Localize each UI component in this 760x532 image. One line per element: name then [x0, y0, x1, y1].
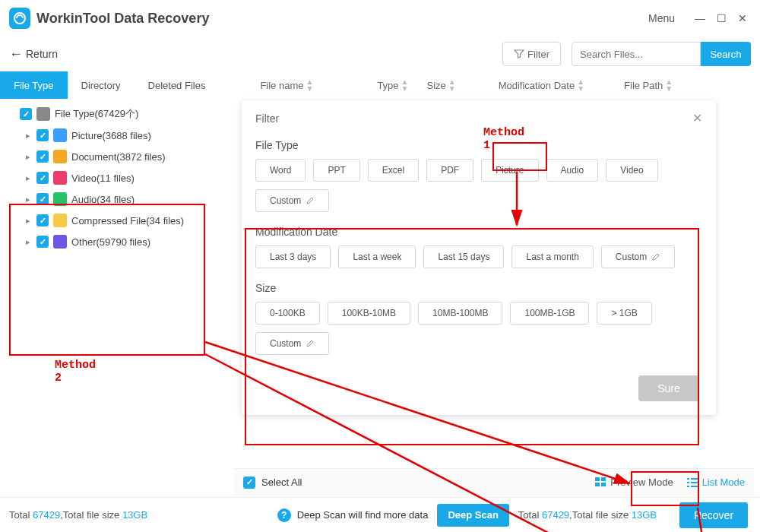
filter-chip[interactable]: PPT [313, 159, 359, 182]
svg-rect-9 [687, 486, 689, 487]
filter-chip[interactable]: Audio [546, 159, 599, 182]
status-left: Total 67429,Total file size 13GB [9, 509, 147, 521]
tree-item[interactable]: ▸Picture(3688 files) [9, 125, 204, 146]
file-category-icon [53, 128, 67, 142]
checkbox[interactable] [36, 214, 49, 226]
filter-section-size-label: Size [255, 282, 702, 294]
menu-button[interactable]: Menu [648, 12, 675, 24]
tree-item-label: Video(11 files) [71, 173, 135, 184]
filter-chip[interactable]: Custom [255, 189, 329, 212]
filter-chip[interactable]: Custom [601, 245, 675, 268]
caret-icon[interactable]: ▸ [26, 131, 36, 141]
filter-chip[interactable]: Picture [481, 159, 538, 182]
close-filter-icon[interactable]: ✕ [692, 111, 702, 125]
edit-icon [306, 339, 315, 348]
app-logo-icon [9, 8, 30, 29]
checkbox[interactable] [36, 236, 49, 248]
tree-root[interactable]: File Type(67429个) [9, 103, 204, 125]
sort-icon[interactable]: ▲▼ [665, 78, 673, 92]
filter-section-date-label: Modification Date [255, 226, 702, 238]
search-button[interactable]: Search [701, 42, 751, 66]
col-size[interactable]: Size [426, 80, 445, 91]
caret-icon[interactable]: ▸ [26, 173, 36, 183]
caret-icon[interactable]: ▸ [26, 216, 36, 226]
options-bar: Select All Preview Mode List Mode [234, 468, 754, 496]
tree-item[interactable]: ▸Compressed File(34 files) [9, 210, 204, 231]
filter-chip[interactable]: Last a week [338, 245, 416, 268]
caret-icon[interactable]: ▸ [26, 237, 36, 247]
minimize-icon[interactable]: — [692, 12, 708, 24]
search-input[interactable] [572, 42, 701, 66]
sure-button[interactable]: Sure [638, 375, 699, 401]
list-mode-button[interactable]: List Mode [687, 477, 745, 488]
svg-rect-8 [691, 482, 699, 483]
sort-icon[interactable]: ▲▼ [448, 78, 456, 92]
tree-item[interactable]: ▸Video(11 files) [9, 167, 204, 188]
filter-chip[interactable]: 100MB-1GB [510, 302, 589, 325]
checkbox[interactable] [36, 129, 49, 141]
checkbox[interactable] [20, 108, 32, 120]
filter-chip[interactable]: Word [255, 159, 306, 182]
maximize-icon[interactable]: ☐ [713, 12, 730, 24]
return-button[interactable]: ← Return [9, 46, 58, 62]
select-all-label: Select All [261, 477, 302, 488]
filter-chip[interactable]: Custom [255, 332, 329, 355]
svg-rect-1 [595, 477, 600, 481]
svg-rect-5 [687, 478, 689, 480]
folder-icon [36, 107, 50, 121]
preview-mode-button[interactable]: Preview Mode [595, 477, 673, 488]
select-all-checkbox[interactable] [243, 477, 255, 489]
svg-rect-10 [691, 486, 699, 487]
filter-button-label: Filter [527, 49, 549, 60]
tree-item-label: Document(3872 files) [71, 151, 166, 163]
filter-chip[interactable]: 100KB-10MB [328, 302, 410, 325]
col-mod-date[interactable]: Modification Date [499, 80, 575, 91]
filter-chip[interactable]: > 1GB [597, 302, 651, 325]
filter-chip[interactable]: Video [606, 159, 657, 182]
col-type[interactable]: Type [377, 80, 398, 91]
svg-rect-7 [687, 482, 689, 483]
sort-icon[interactable]: ▲▼ [577, 78, 584, 92]
filter-chip[interactable]: Last 3 days [255, 245, 331, 268]
deep-scan-button[interactable]: Deep Scan [437, 504, 508, 527]
search-wrap: Search [572, 42, 751, 66]
tree-root-label: File Type(67429个) [55, 107, 138, 121]
checkbox[interactable] [36, 193, 49, 205]
filter-chip[interactable]: Last a month [511, 245, 593, 268]
caret-icon[interactable]: ▸ [26, 152, 36, 162]
tab-file-type[interactable]: File Type [0, 71, 68, 99]
filter-chip[interactable]: PDF [426, 159, 473, 182]
filter-chip[interactable]: 0-100KB [255, 302, 320, 325]
app-title: WorkinTool Data Recovery [36, 11, 209, 27]
close-icon[interactable]: ✕ [734, 12, 751, 24]
filter-chip[interactable]: Last 15 days [423, 245, 504, 268]
column-headers: File name▲▼ Type▲▼ Size▲▼ Modification D… [219, 78, 760, 92]
checkbox[interactable] [36, 150, 49, 163]
tree-item[interactable]: ▸Audio(34 files) [9, 188, 204, 210]
svg-rect-3 [595, 483, 600, 486]
recover-button[interactable]: Recover [679, 502, 748, 528]
title-bar: WorkinTool Data Recovery Menu — ☐ ✕ [0, 0, 760, 36]
checkbox[interactable] [36, 172, 49, 184]
tab-deleted-files[interactable]: Deleted Files [135, 71, 220, 99]
tree-item-label: Other(59790 files) [71, 236, 150, 248]
caret-icon[interactable]: ▸ [26, 195, 36, 204]
return-arrow-icon: ← [9, 46, 23, 62]
col-file-path[interactable]: File Path [624, 80, 663, 91]
filter-panel-title: Filter [255, 112, 279, 125]
tree-item[interactable]: ▸Other(59790 files) [9, 231, 204, 252]
file-category-icon [53, 150, 67, 163]
sort-icon[interactable]: ▲▼ [306, 78, 313, 92]
tree-item-label: Audio(34 files) [71, 194, 135, 205]
filter-section-type-label: File Type [255, 139, 702, 151]
tree-item-label: Compressed File(34 files) [71, 215, 184, 226]
tree-item[interactable]: ▸Document(3872 files) [9, 146, 204, 167]
filter-button[interactable]: Filter [502, 42, 561, 66]
filter-chip[interactable]: Excel [368, 159, 419, 182]
tab-directory[interactable]: Directory [68, 71, 135, 99]
sort-icon[interactable]: ▲▼ [401, 78, 409, 92]
top-toolbar: ← Return Filter Search [0, 36, 760, 71]
col-file-name[interactable]: File name [260, 80, 303, 91]
filter-chip[interactable]: 10MB-100MB [418, 302, 502, 325]
svg-rect-6 [691, 478, 699, 480]
